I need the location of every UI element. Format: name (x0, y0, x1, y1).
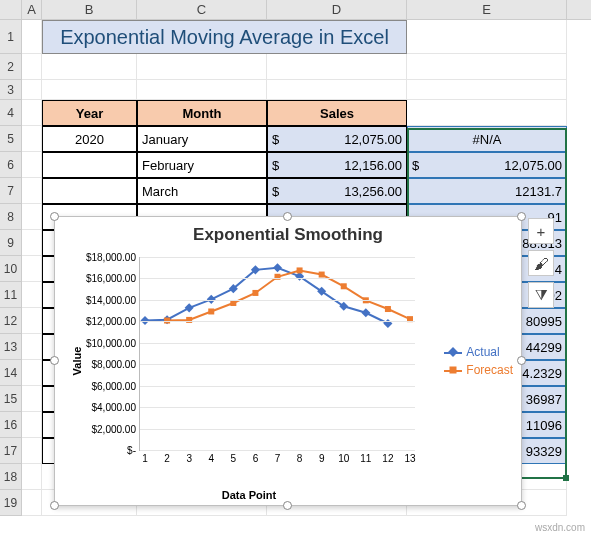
legend-item-actual[interactable]: Actual (444, 345, 513, 359)
svg-rect-10 (361, 308, 370, 317)
plus-icon: + (537, 223, 546, 240)
resize-handle[interactable] (517, 501, 526, 510)
table-cell-sales[interactable]: $ 12,156.00 (267, 152, 407, 178)
chart-plot-area[interactable]: $-$2,000.00$4,000.00$6,000.00$8,000.00$1… (139, 257, 415, 451)
x-tick-label: 12 (382, 453, 393, 464)
x-tick-label: 11 (360, 453, 371, 464)
cell[interactable] (22, 20, 42, 54)
x-tick-label: 5 (231, 453, 237, 464)
x-tick-label: 13 (404, 453, 415, 464)
x-tick-label: 7 (275, 453, 281, 464)
y-tick-label: $8,000.00 (92, 359, 137, 370)
resize-handle[interactable] (517, 356, 526, 365)
legend-item-forecast[interactable]: Forecast (444, 363, 513, 377)
legend-label: Actual (466, 345, 499, 359)
svg-rect-2 (185, 303, 194, 312)
x-tick-label: 10 (338, 453, 349, 464)
svg-rect-14 (208, 308, 214, 314)
row-header[interactable]: 2 (0, 54, 22, 80)
x-tick-label: 3 (186, 453, 192, 464)
col-header-C[interactable]: C (137, 0, 267, 19)
watermark: wsxdn.com (535, 522, 585, 533)
svg-rect-19 (319, 272, 325, 278)
x-tick-label: 8 (297, 453, 303, 464)
resize-handle[interactable] (50, 501, 59, 510)
forecast-cell-na[interactable]: #N/A (407, 126, 567, 152)
square-marker-icon (444, 365, 462, 375)
row-header[interactable]: 7 (0, 178, 22, 204)
y-tick-label: $6,000.00 (92, 380, 137, 391)
table-header-month[interactable]: Month (137, 100, 267, 126)
chart-legend[interactable]: Actual Forecast (444, 341, 513, 381)
row-header[interactable]: 5 (0, 126, 22, 152)
forecast-cell[interactable]: $ 12,075.00 (407, 152, 567, 178)
x-tick-label: 2 (164, 453, 170, 464)
resize-handle[interactable] (50, 356, 59, 365)
resize-handle[interactable] (517, 212, 526, 221)
col-header-B[interactable]: B (42, 0, 137, 19)
resize-handle[interactable] (50, 212, 59, 221)
resize-handle[interactable] (283, 212, 292, 221)
row-header[interactable]: 1 (0, 20, 22, 54)
y-tick-label: $16,000.00 (86, 273, 136, 284)
row-header[interactable]: 6 (0, 152, 22, 178)
forecast-cell[interactable]: 12131.7 (407, 178, 567, 204)
table-cell-sales[interactable]: $ 12,075.00 (267, 126, 407, 152)
table-cell-month[interactable]: January (137, 126, 267, 152)
legend-label: Forecast (466, 363, 513, 377)
table-header-year[interactable]: Year (42, 100, 137, 126)
y-tick-label: $- (127, 445, 136, 456)
table-cell-month[interactable]: February (137, 152, 267, 178)
y-tick-label: $2,000.00 (92, 423, 137, 434)
resize-handle[interactable] (283, 501, 292, 510)
svg-rect-18 (297, 267, 303, 273)
table-cell-year[interactable] (42, 178, 137, 204)
svg-rect-20 (341, 283, 347, 289)
diamond-marker-icon (444, 347, 462, 357)
svg-rect-6 (273, 263, 282, 272)
svg-rect-15 (230, 300, 236, 306)
chart-object[interactable]: Exponential Smoothing Value Data Point A… (54, 216, 522, 506)
y-tick-label: $18,000.00 (86, 252, 136, 263)
row-header[interactable]: 3 (0, 80, 22, 100)
svg-rect-16 (252, 290, 258, 296)
table-cell-sales[interactable]: $ 13,256.00 (267, 178, 407, 204)
table-header-sales[interactable]: Sales (267, 100, 407, 126)
page-title[interactable]: Exponential Moving Average in Excel (42, 20, 407, 54)
x-tick-label: 4 (208, 453, 214, 464)
col-header-E[interactable]: E (407, 0, 567, 19)
table-cell-year[interactable] (42, 152, 137, 178)
chart-x-axis-label: Data Point (77, 489, 421, 501)
x-tick-label: 1 (142, 453, 148, 464)
chart-styles-button[interactable]: 🖌 (528, 250, 554, 276)
worksheet[interactable]: A B C D E 1 Exponential Moving Average i… (0, 0, 591, 536)
y-tick-label: $12,000.00 (86, 316, 136, 327)
chart-elements-button[interactable]: + (528, 218, 554, 244)
column-header-row: A B C D E (0, 0, 591, 20)
x-tick-label: 9 (319, 453, 325, 464)
table-cell-month[interactable]: March (137, 178, 267, 204)
col-header-D[interactable]: D (267, 0, 407, 19)
filter-icon: ⧩ (535, 286, 548, 304)
svg-rect-11 (383, 319, 392, 328)
chart-side-buttons: + 🖌 ⧩ (528, 218, 554, 308)
x-tick-label: 6 (253, 453, 259, 464)
col-header-A[interactable]: A (22, 0, 42, 19)
y-tick-label: $4,000.00 (92, 402, 137, 413)
y-tick-label: $10,000.00 (86, 337, 136, 348)
svg-rect-22 (385, 306, 391, 312)
cell[interactable] (407, 20, 567, 54)
select-all-corner[interactable] (0, 0, 22, 19)
row-header[interactable]: 4 (0, 100, 22, 126)
chart-title[interactable]: Exponential Smoothing (55, 217, 521, 247)
y-tick-label: $14,000.00 (86, 294, 136, 305)
brush-icon: 🖌 (534, 255, 549, 272)
chart-filters-button[interactable]: ⧩ (528, 282, 554, 308)
table-cell-year[interactable]: 2020 (42, 126, 137, 152)
